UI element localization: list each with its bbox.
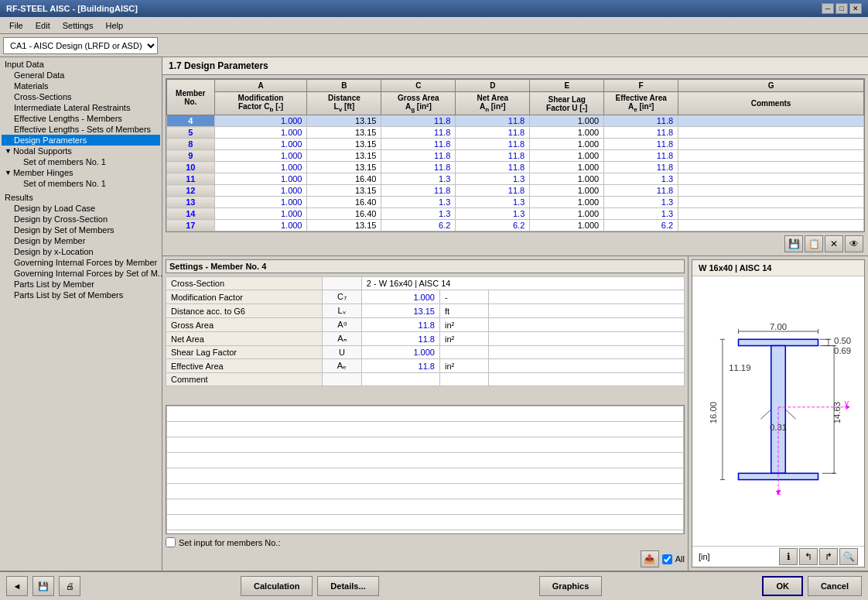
empty-row: [167, 499, 684, 515]
toolbar-btn-1[interactable]: ◄: [6, 576, 28, 596]
table-row[interactable]: 4 1.000 13.15 11.8 11.8 1.000 11.8: [167, 115, 864, 127]
cs-rotate-right-btn[interactable]: ↱: [819, 548, 838, 565]
tree-expand-icon: ▼: [5, 147, 12, 155]
th-col-b: B: [307, 80, 381, 92]
table-row[interactable]: 5 1.000 13.15 11.8 11.8 1.000 11.8: [167, 127, 864, 139]
toolbar-btn-2[interactable]: 💾: [32, 576, 54, 596]
table-btn-row: 💾 📋 ✕ 👁: [164, 234, 866, 254]
table-row[interactable]: 11 1.000 16.40 1.3 1.3 1.000 1.3: [167, 173, 864, 185]
menu-bar: File Edit Settings Help: [0, 17, 868, 34]
settings-row: Modification Factor C₇ 1.000-: [166, 290, 685, 304]
sidebar-item-gov-forces-member[interactable]: Governing Internal Forces by Member: [2, 257, 160, 268]
sidebar-item-eff-lengths-sets[interactable]: Effective Lengths - Sets of Members: [2, 124, 160, 135]
empty-row: [167, 515, 684, 530]
menu-edit[interactable]: Edit: [29, 19, 56, 32]
cs-rotate-left-btn[interactable]: ↰: [799, 548, 818, 565]
calculation-button[interactable]: Calculation: [241, 576, 313, 596]
design-case-dropdown[interactable]: CA1 - AISC Design (LRFD or ASD): [3, 37, 158, 54]
set-input-checkbox[interactable]: [166, 537, 176, 547]
menu-file[interactable]: File: [3, 19, 29, 32]
sidebar-item-design-load-case[interactable]: Design by Load Case: [2, 203, 160, 214]
set-input-label: Set input for members No.:: [179, 538, 280, 547]
data-table: MemberNo. A B C D E F G ModificationFact…: [166, 79, 864, 231]
sidebar-item-nodal-supports[interactable]: ▼ Nodal Supports: [2, 146, 160, 156]
empty-row: [167, 437, 684, 453]
minimize-button[interactable]: ─: [822, 3, 834, 14]
input-data-label: Input Data: [5, 60, 44, 69]
toolbar-area: CA1 - AISC Design (LRFD or ASD): [0, 34, 868, 57]
cs-drawing: 7.00 16.00: [692, 276, 864, 546]
sidebar-item-parts-list-member[interactable]: Parts List by Member: [2, 279, 160, 290]
table-row[interactable]: 13 1.000 16.40 1.3 1.3 1.000 1.3: [167, 197, 864, 208]
lower-panel: Settings - Member No. 4 Cross-Section 2 …: [162, 255, 868, 571]
sidebar-item-nodal-set1[interactable]: Set of members No. 1: [2, 156, 160, 167]
svg-text:11.19: 11.19: [729, 364, 750, 373]
table-row[interactable]: 9 1.000 13.15 11.8 11.8 1.000 11.8: [167, 150, 864, 162]
settings-row: Cross-Section 2 - W 16x40 | AISC 14: [166, 277, 685, 290]
settings-row: Comment: [166, 373, 685, 386]
cancel-button[interactable]: Cancel: [808, 576, 862, 596]
svg-rect-0: [739, 339, 818, 345]
th-col-e: E: [530, 80, 604, 92]
th-distance: DistanceLv [ft]: [307, 92, 381, 115]
sidebar-item-member-hinges[interactable]: ▼ Member Hinges: [2, 167, 160, 178]
cs-info-btn[interactable]: ℹ: [779, 548, 798, 565]
table-row[interactable]: 17 1.000 13.15 6.2 6.2 1.000 6.2: [167, 220, 864, 231]
svg-text:14.63: 14.63: [832, 402, 842, 423]
table-btn-view[interactable]: 👁: [845, 235, 863, 252]
sidebar-item-design-cross-section[interactable]: Design by Cross-Section: [2, 214, 160, 225]
settings-footer: Set input for members No.:: [166, 537, 685, 547]
set-input-checkbox-label: Set input for members No.:: [166, 537, 280, 547]
bottom-toolbar: ◄ 💾 🖨 Calculation Details... Graphics OK…: [0, 571, 868, 600]
sidebar-item-eff-lengths-members[interactable]: Effective Lengths - Members: [2, 113, 160, 124]
results-label: Results: [5, 193, 33, 202]
settings-panel: Settings - Member No. 4 Cross-Section 2 …: [162, 256, 689, 571]
sidebar-item-design-member[interactable]: Design by Member: [2, 235, 160, 246]
sidebar-item-design-set-members[interactable]: Design by Set of Members: [2, 225, 160, 235]
th-effective-area: Effective AreaAe [in²]: [604, 92, 678, 115]
sidebar-item-general-data[interactable]: General Data: [2, 70, 160, 81]
menu-help[interactable]: Help: [99, 19, 129, 32]
empty-row: [167, 484, 684, 499]
cs-footer: [in] ℹ ↰ ↱ 🔍: [692, 546, 864, 567]
ok-button[interactable]: OK: [762, 576, 803, 596]
th-modification-factor: ModificationFactor Cb [-]: [214, 92, 307, 115]
th-col-d: D: [456, 80, 530, 92]
sidebar-item-cross-sections[interactable]: Cross-Sections: [2, 91, 160, 102]
cs-title: W 16x40 | AISC 14: [692, 260, 864, 276]
sidebar-item-design-parameters[interactable]: Design Parameters: [2, 135, 160, 146]
sidebar-item-materials[interactable]: Materials: [2, 81, 160, 91]
table-row[interactable]: 8 1.000 13.15 11.8 11.8 1.000 11.8: [167, 139, 864, 150]
toolbar-btn-3[interactable]: 🖨: [59, 576, 80, 596]
th-net-area: Net AreaAn [in²]: [456, 92, 530, 115]
table-area: MemberNo. A B C D E F G ModificationFact…: [162, 75, 868, 255]
main-panel: 1.7 Design Parameters MemberNo. A B C D: [162, 57, 868, 571]
cs-zoom-btn[interactable]: 🔍: [839, 548, 858, 565]
maximize-button[interactable]: □: [836, 3, 848, 14]
details-button[interactable]: Details...: [317, 576, 378, 596]
cross-section-panel: W 16x40 | AISC 14: [692, 259, 865, 567]
graphics-button[interactable]: Graphics: [539, 576, 603, 596]
settings-row: Distance acc. to G6 Lᵥ 13.15ft: [166, 304, 685, 318]
menu-settings[interactable]: Settings: [56, 19, 100, 32]
table-btn-save[interactable]: 💾: [784, 235, 803, 252]
table-btn-copy[interactable]: 📋: [805, 235, 823, 252]
table-wrapper[interactable]: MemberNo. A B C D E F G ModificationFact…: [166, 78, 865, 232]
sidebar-item-gov-forces-set[interactable]: Governing Internal Forces by Set of M...: [2, 268, 160, 279]
all-label: All: [675, 554, 685, 564]
all-checkbox[interactable]: [662, 554, 672, 564]
tree-expand-icon2: ▼: [5, 169, 12, 177]
sidebar-item-lateral-restraints[interactable]: Intermediate Lateral Restraints: [2, 102, 160, 113]
table-row[interactable]: 12 1.000 13.15 11.8 11.8 1.000 11.8: [167, 185, 864, 197]
th-comments: Comments: [678, 92, 864, 115]
settings-btn-transfer[interactable]: 📤: [641, 550, 659, 567]
section-header: 1.7 Design Parameters: [162, 57, 868, 75]
table-btn-delete[interactable]: ✕: [825, 235, 843, 252]
sidebar-item-design-x-location[interactable]: Design by x-Location: [2, 246, 160, 257]
sidebar-item-hinges-set1[interactable]: Set of members No. 1: [2, 178, 160, 189]
sidebar-item-parts-list-set[interactable]: Parts List by Set of Members: [2, 290, 160, 300]
close-button[interactable]: ✕: [849, 3, 862, 14]
table-row[interactable]: 10 1.000 13.15 11.8 11.8 1.000 11.8: [167, 162, 864, 173]
table-row[interactable]: 14 1.000 16.40 1.3 1.3 1.000 1.3: [167, 208, 864, 220]
settings-row: Effective Area Aₑ 11.8in²: [166, 359, 685, 373]
